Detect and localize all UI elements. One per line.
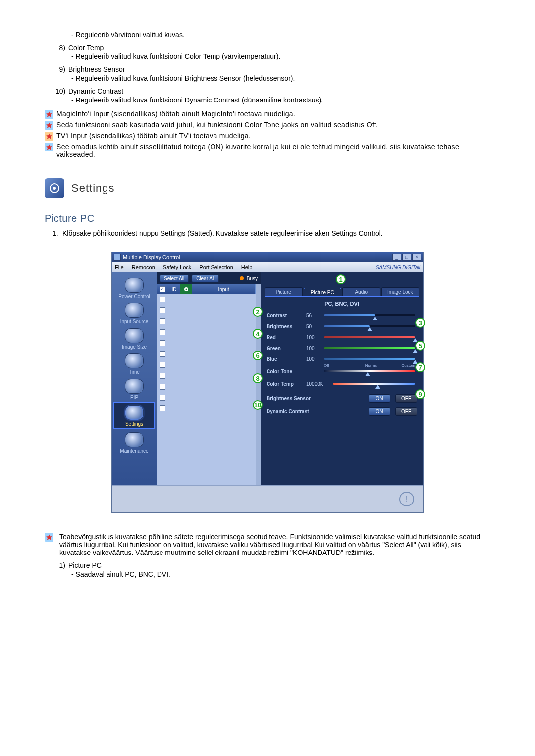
row-checkbox[interactable]	[160, 362, 165, 368]
item-desc: Reguleerib valitud kuva funktsiooni Brig…	[68, 74, 490, 82]
tab-audio[interactable]: Audio	[342, 287, 380, 297]
list-row[interactable]	[157, 392, 256, 403]
item-desc: Reguleerib värvitooni valitud kuvas.	[68, 31, 490, 39]
input-icon	[125, 303, 144, 318]
tab-picture[interactable]: Picture	[265, 287, 303, 297]
maximize-button[interactable]: □	[402, 254, 411, 261]
titlebar: Multiple Display Control _ □ ×	[112, 252, 423, 262]
sidebar-item-power-control[interactable]: Power Control	[112, 275, 157, 301]
star-icon	[45, 121, 54, 130]
window-title: Multiple Display Control	[123, 254, 392, 260]
time-icon	[125, 353, 144, 368]
brightness-sensor-off-button[interactable]: OFF	[395, 394, 417, 403]
star-icon	[45, 143, 54, 151]
toggle-dynamic-contrast: Dynamic Contrast ON OFF	[267, 407, 417, 416]
row-checkbox[interactable]	[160, 373, 165, 379]
svg-marker-0	[46, 111, 52, 117]
clear-all-button[interactable]: Clear All	[192, 275, 219, 282]
list-row[interactable]	[157, 359, 256, 370]
image-size-icon	[125, 328, 144, 343]
dynamic-contrast-off-button[interactable]: OFF	[395, 407, 417, 416]
slider-red[interactable]: Red 100	[267, 332, 415, 343]
item: 8) Color Temp Reguleerib valitud kuva fu…	[55, 44, 490, 64]
item-title: Color Temp	[68, 44, 490, 51]
intro-step: 1. Klõpsake põhiikoonidest nuppu Setting…	[53, 229, 490, 237]
list-rows	[157, 294, 256, 485]
item: Reguleerib värvitooni valitud kuvas.	[55, 30, 490, 43]
minimize-button[interactable]: _	[392, 254, 401, 261]
row-checkbox[interactable]	[160, 340, 165, 346]
row-checkbox[interactable]	[160, 297, 165, 302]
item-desc: Saadaval ainult PC, BNC, DVI.	[68, 570, 490, 578]
star-icon	[45, 132, 54, 141]
slider-brightness[interactable]: Brightness 50	[267, 321, 415, 332]
list-toolbar: Select All Clear All Busy	[157, 272, 261, 284]
svg-marker-8	[46, 534, 52, 540]
toggle-brightness-sensor: Brightness Sensor ON OFF	[267, 394, 417, 403]
brightness-sensor-on-button[interactable]: ON	[369, 394, 390, 403]
sidebar-item-input-source[interactable]: Input Source	[112, 301, 157, 326]
list-row[interactable]	[157, 294, 256, 305]
subsection-title: Picture PC	[45, 213, 490, 224]
checkbox-icon	[160, 286, 165, 292]
slider-green[interactable]: Green 100	[267, 343, 415, 353]
menu-help[interactable]: Help	[241, 264, 253, 270]
slider-color-tone[interactable]: Color Tone Off Normal Custom	[267, 364, 415, 378]
menu-port-selection[interactable]: Port Selection	[199, 264, 233, 270]
row-checkbox[interactable]	[160, 395, 165, 401]
col-status[interactable]	[180, 284, 192, 294]
brand-label: SAMSUNG DIGITall	[376, 265, 420, 270]
callout-6: 6	[253, 351, 263, 360]
row-checkbox[interactable]	[160, 329, 165, 335]
list-row[interactable]	[157, 370, 256, 381]
menu-remocon[interactable]: Remocon	[132, 264, 155, 270]
window-controls: _ □ ×	[392, 254, 421, 261]
footnote: TV'i Input (sisendallikas) töötab ainult…	[45, 132, 490, 141]
sidebar-item-maintenance[interactable]: Maintenance	[112, 430, 157, 455]
row-checkbox[interactable]	[160, 384, 165, 390]
sidebar-item-time[interactable]: Time	[112, 351, 157, 376]
dynamic-contrast-on-button[interactable]: ON	[369, 407, 390, 416]
sidebar-item-settings[interactable]: Settings	[113, 402, 155, 429]
callout-9: 9	[415, 389, 425, 399]
sidebar-item-pip[interactable]: PIP	[112, 376, 157, 402]
row-checkbox[interactable]	[160, 318, 165, 324]
col-id[interactable]: ID	[168, 284, 180, 294]
menu-safety-lock[interactable]: Safety Lock	[163, 264, 191, 270]
footnote: MagicInfo'i Input (sisendallikas) töötab…	[45, 110, 490, 119]
slider-color-temp[interactable]: Color Temp 10000K	[267, 378, 415, 389]
item-title: Brightness Sensor	[68, 65, 490, 73]
callout-5: 5	[415, 341, 425, 351]
close-button[interactable]: ×	[412, 254, 421, 261]
row-checkbox[interactable]	[160, 405, 165, 411]
row-checkbox[interactable]	[160, 351, 165, 357]
row-checkbox[interactable]	[160, 307, 165, 313]
list-row[interactable]	[157, 381, 256, 392]
status-bar: !	[112, 485, 423, 512]
svg-point-7	[185, 289, 187, 290]
slider-blue[interactable]: Blue 100	[267, 353, 415, 364]
col-checkbox[interactable]	[157, 284, 168, 294]
list-row[interactable]	[157, 338, 256, 349]
tab-image-lock[interactable]: Image Lock	[381, 287, 420, 297]
settings-panel: 1 Picture Picture PC Audio Image Lock PC…	[261, 272, 423, 485]
callout-2: 2	[253, 307, 263, 317]
menubar: File Remocon Safety Lock Port Selection …	[112, 262, 423, 272]
list-row[interactable]	[157, 305, 256, 316]
menu-file[interactable]: File	[115, 264, 124, 270]
app-screenshot: Multiple Display Control _ □ × File Remo…	[45, 252, 490, 513]
slider-contrast[interactable]: Contrast 56	[267, 310, 415, 321]
list-row[interactable]	[157, 316, 256, 327]
sidebar-item-image-size[interactable]: Image Size	[112, 326, 157, 351]
svg-marker-1	[46, 122, 52, 128]
list-row[interactable]	[157, 403, 256, 414]
power-icon	[125, 278, 144, 293]
select-all-button[interactable]: Select All	[160, 275, 189, 282]
info-icon: !	[399, 492, 414, 506]
col-input[interactable]: Input	[192, 284, 256, 294]
settings-title: Settings	[71, 182, 115, 195]
callout-1: 1	[336, 274, 346, 284]
list-row[interactable]	[157, 349, 256, 359]
list-row[interactable]	[157, 327, 256, 338]
item: 10) Dynamic Contrast Reguleerib valitud …	[55, 87, 490, 108]
